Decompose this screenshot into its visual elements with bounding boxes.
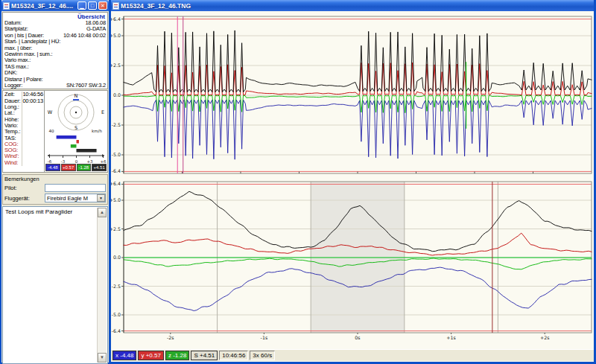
- overview-window-titlebar[interactable]: M15324_3F_12_46.... ▁ □ ✕: [1, 0, 109, 11]
- field-value: [22, 135, 44, 141]
- field-value: [22, 160, 44, 166]
- svg-text:W: W: [48, 109, 53, 115]
- instrument-column: NWES40km/h -6-30+3+6 -4.48+0.57-1.28+4.5…: [44, 91, 107, 172]
- document-icon: [3, 2, 10, 10]
- accel-readouts: -4.48+0.57-1.28+4.51: [45, 164, 107, 172]
- svg-text:+6.4: +6.4: [111, 181, 121, 186]
- main-window: M15324_3F_12_46.TNG +6.4+5.0+2.50.0-2.5-…: [109, 0, 596, 364]
- notes-textarea[interactable]: Test Loops mit Paraglider: [3, 207, 107, 217]
- chart-area: +6.4+5.0+2.50.0-2.5-5.0-6.4 +6.4+5.0+2.5…: [111, 11, 594, 361]
- svg-text:+5.0: +5.0: [111, 197, 121, 202]
- status-cell: z -1.28: [165, 351, 189, 360]
- field-value: [22, 110, 44, 116]
- aircraft-select[interactable]: Firebird Eagle M ▼: [45, 194, 106, 202]
- status-cell: 3x 60/s: [250, 351, 275, 360]
- chevron-down-icon[interactable]: ▼: [97, 194, 105, 202]
- svg-text:-6: -6: [48, 159, 52, 164]
- accel-readout: -4.48: [45, 164, 60, 171]
- svg-text:+5.0: +5.0: [111, 33, 121, 38]
- field-value: [22, 141, 44, 147]
- field-value: 10:46 10:48 00:02: [63, 33, 106, 39]
- svg-text:-1s: -1s: [261, 335, 268, 340]
- minimize-button[interactable]: ▁: [77, 1, 86, 10]
- status-cell: y +0.57: [138, 351, 163, 360]
- pilot-input[interactable]: [45, 184, 106, 192]
- svg-text:-3: -3: [61, 159, 66, 164]
- scroll-down-icon[interactable]: ▼: [98, 353, 107, 363]
- svg-text:E: E: [101, 109, 104, 115]
- maximize-button[interactable]: □: [88, 1, 97, 10]
- wind-compass: NWES40km/h: [45, 91, 107, 134]
- overview-window: M15324_3F_12_46.... ▁ □ ✕ Übersicht Datu…: [0, 0, 110, 364]
- accel-readout: -1.28: [77, 164, 92, 171]
- accel-readout: +0.57: [61, 164, 76, 171]
- notes-area: Test Loops mit Paraglider ▲ ▼: [2, 206, 108, 364]
- status-bar: x -4.48y +0.57z -1.28S +4.5110:46:563x 6…: [111, 349, 594, 361]
- svg-text:0.0: 0.0: [113, 92, 121, 98]
- svg-text:-2.5: -2.5: [112, 122, 121, 127]
- svg-text:0s: 0s: [355, 335, 360, 340]
- field-value: 00:00:13: [22, 98, 44, 104]
- svg-text:+2.5: +2.5: [111, 63, 121, 68]
- aircraft-label: Fluggerät:: [4, 195, 45, 202]
- field-value: [22, 153, 44, 159]
- remarks-group: Bemerkungen Pilot: Fluggerät: Firebird E…: [2, 174, 108, 205]
- aircraft-select-value: Firebird Eagle M: [45, 195, 97, 202]
- svg-text:-2.5: -2.5: [112, 284, 121, 289]
- svg-text:-5.0: -5.0: [112, 312, 121, 317]
- live-row: Wind:: [3, 160, 44, 166]
- svg-text:+6.4: +6.4: [111, 16, 121, 22]
- svg-text:0: 0: [75, 159, 78, 164]
- bottom-chart[interactable]: +6.4+5.0+2.50.0-2.5-5.0-6.4-2s-1s0s+1s+2…: [111, 176, 594, 349]
- scroll-up-icon[interactable]: ▲: [98, 208, 107, 217]
- status-cell: 10:46:56: [219, 351, 248, 360]
- live-data-panel: Zeit:10:46:56Dauer:00:00:13Long.:Lat.:Hö…: [2, 90, 108, 173]
- pilot-label: Pilot:: [4, 185, 45, 191]
- accel-readout: +4.51: [92, 164, 107, 171]
- field-label: Logger:: [4, 83, 22, 89]
- svg-text:-2s: -2s: [167, 335, 174, 340]
- field-value: [22, 147, 44, 153]
- field-value: [22, 104, 44, 110]
- main-window-title: M15324_3F_12_46.TNG: [121, 2, 592, 10]
- field-value: [22, 117, 44, 123]
- svg-text:+2s: +2s: [540, 335, 550, 340]
- svg-text:0.0: 0.0: [113, 255, 121, 260]
- svg-text:S: S: [74, 125, 77, 131]
- accel-bar-graph: -6-30+3+6: [45, 134, 107, 164]
- field-label: Wind:: [4, 160, 22, 166]
- field-value: [22, 129, 44, 135]
- field-value: [22, 123, 44, 129]
- status-cell: S +4.51: [191, 351, 218, 360]
- overview-rows: Datum:18.06.08Startplatz:G-DATAvon | bis…: [3, 20, 107, 89]
- notes-scrollbar[interactable]: ▲ ▼: [97, 208, 107, 363]
- svg-text:-6.4: -6.4: [112, 168, 121, 173]
- svg-text:km/h: km/h: [92, 129, 102, 133]
- overview-window-title: M15324_3F_12_46....: [11, 2, 76, 10]
- overview-panel: Übersicht Datum:18.06.08Startplatz:G-DAT…: [2, 12, 108, 89]
- svg-text:40: 40: [49, 129, 54, 133]
- status-cell: x -4.48: [112, 351, 136, 360]
- svg-text:+1s: +1s: [446, 335, 456, 340]
- svg-text:-5.0: -5.0: [112, 152, 121, 157]
- live-value-list: Zeit:10:46:56Dauer:00:00:13Long.:Lat.:Hö…: [3, 91, 44, 172]
- screen: M15324_3F_12_46.TNG +6.4+5.0+2.50.0-2.5-…: [0, 0, 596, 364]
- close-button[interactable]: ✕: [98, 1, 107, 10]
- main-window-titlebar[interactable]: M15324_3F_12_46.TNG: [111, 0, 594, 11]
- field-value: SN:7607 SW:3.2: [66, 83, 106, 89]
- svg-text:+6: +6: [100, 159, 107, 164]
- overview-row: TAS max.:: [3, 64, 107, 70]
- app-icon: [112, 2, 119, 10]
- overview-row: Logger:SN:7607 SW:3.2: [3, 83, 107, 89]
- svg-text:-6.4: -6.4: [112, 328, 121, 333]
- svg-text:+3: +3: [86, 159, 93, 164]
- remarks-group-label: Bemerkungen: [4, 176, 106, 182]
- svg-text:N: N: [74, 93, 78, 99]
- svg-text:+2.5: +2.5: [111, 226, 121, 232]
- top-chart[interactable]: +6.4+5.0+2.50.0-2.5-5.0-6.4: [111, 11, 594, 176]
